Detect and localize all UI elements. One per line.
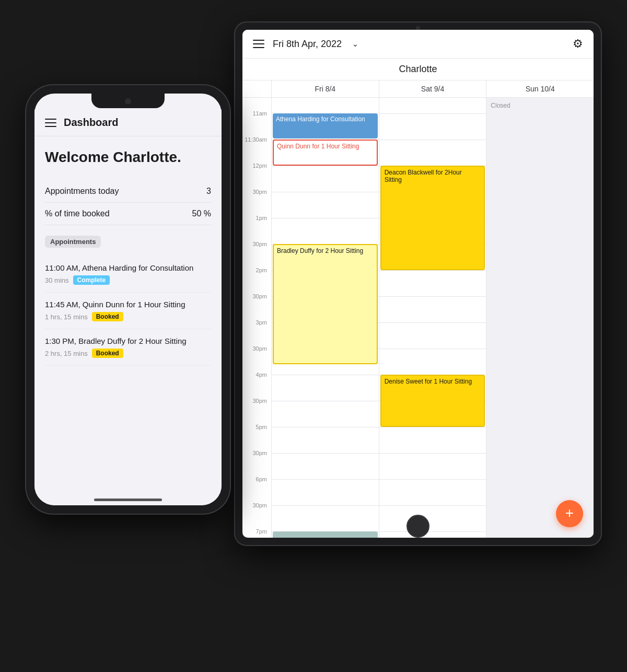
appointment-duration-2: 1 hrs, 15 mins [45, 313, 88, 321]
cal-day-sat: Deacon Blackwell for 2Hour Sitting Denis… [379, 98, 487, 538]
appointment-item-2[interactable]: 11:45 AM, Quinn Dunn for 1 Hour Sitting … [45, 293, 211, 329]
hour-line [379, 349, 486, 349]
hour-line [379, 113, 486, 114]
time-12pm: 12pm [252, 163, 267, 169]
calendar-header-row: Fri 8/4 Sat 9/4 Sun 10/4 [242, 80, 594, 98]
scene: Dashboard Welcome Charlotte. Appointment… [26, 22, 601, 650]
hour-line [379, 479, 486, 480]
cal-day-header-sun[interactable]: Sun 10/4 [486, 80, 594, 97]
event-teal-block[interactable] [273, 531, 378, 538]
hour-line [272, 453, 379, 454]
iphone-screen: Dashboard Welcome Charlotte. Appointment… [34, 94, 222, 505]
appointment-status-2: Booked [92, 312, 123, 321]
iphone-home-indicator [94, 499, 162, 501]
event-title: Quinn Dunn for 1 Hour Sitting [277, 143, 359, 150]
time-430pm: 30pm [252, 398, 267, 404]
iphone-content: Welcome Charlotte. Appointments today 3 … [34, 136, 222, 378]
iphone-camera [125, 98, 131, 105]
time-11am: 11am [252, 110, 267, 117]
cal-day-header-fri[interactable]: Fri 8/4 [272, 80, 379, 97]
calendar-user-name: Charlotte [242, 59, 594, 80]
time-230pm: 30pm [252, 293, 267, 299]
cal-day-header-sat[interactable]: Sat 9/4 [379, 80, 487, 97]
ipad-date[interactable]: Fri 8th Apr, 2022 [273, 39, 342, 50]
appointment-item-1[interactable]: 11:00 AM, Athena Harding for Consultatio… [45, 256, 211, 293]
cal-day-fri: Athena Harding for Consultation Quinn Du… [272, 98, 379, 538]
time-2pm: 2pm [256, 267, 267, 273]
time-1230pm: 30pm [252, 189, 267, 195]
time-1130am: 11:30am [245, 136, 267, 143]
time-3pm: 3pm [256, 319, 267, 326]
ipad-header-left: Fri 8th Apr, 2022 ⌄ [253, 39, 358, 50]
hour-line [272, 427, 379, 427]
hour-line [272, 375, 379, 375]
event-deacon-blackwell[interactable]: Deacon Blackwell for 2Hour Sitting [380, 166, 485, 270]
time-7pm: 7pm [256, 528, 267, 535]
time-4pm: 4pm [256, 372, 267, 378]
ipad-header: Fri 8th Apr, 2022 ⌄ ⚙ [242, 30, 594, 59]
appointments-section-badge: Appointments [45, 236, 101, 248]
hour-line [379, 270, 486, 271]
event-denise-sweet[interactable]: Denise Sweet for 1 Hour Sitting [380, 375, 485, 427]
time-booked-label: % of time booked [45, 209, 110, 218]
event-title: Athena Harding for Consultation [276, 115, 365, 123]
appointment-status-3: Booked [92, 349, 123, 358]
ipad-screen: Fri 8th Apr, 2022 ⌄ ⚙ Charlotte Fri 8/4 … [242, 30, 594, 538]
hour-line [379, 140, 486, 140]
ipad-home-button[interactable] [407, 515, 429, 538]
time-530pm: 30pm [252, 450, 267, 456]
iphone-header: Dashboard [34, 109, 222, 136]
iphone-app-title: Dashboard [64, 117, 118, 129]
appointment-title-1: 11:00 AM, Athena Harding for Consultatio… [45, 263, 211, 272]
iphone-device: Dashboard Welcome Charlotte. Appointment… [26, 85, 230, 514]
cal-grid: Athena Harding for Consultation Quinn Du… [272, 98, 594, 538]
appointment-meta-3: 2 hrs, 15 mins Booked [45, 349, 211, 358]
appointments-today-value: 3 [206, 187, 211, 196]
event-quinn-dunn[interactable]: Quinn Dunn for 1 Hour Sitting [273, 140, 378, 166]
time-1pm: 1pm [256, 215, 267, 221]
appointment-meta-2: 1 hrs, 15 mins Booked [45, 312, 211, 321]
appointment-duration-3: 2 hrs, 15 mins [45, 350, 88, 357]
hour-line [379, 531, 486, 532]
hour-line [272, 166, 379, 166]
appointment-meta-1: 30 mins Complete [45, 275, 211, 285]
event-athena-harding[interactable]: Athena Harding for Consultation [273, 113, 378, 138]
hour-line [272, 479, 379, 480]
welcome-heading: Welcome Charlotte. [45, 149, 211, 166]
event-bradley-duffy[interactable]: Bradley Duffy for 2 Hour Sitting [273, 244, 378, 364]
ipad-app: Fri 8th Apr, 2022 ⌄ ⚙ Charlotte Fri 8/4 … [242, 30, 594, 538]
ipad-menu-icon[interactable] [253, 40, 264, 48]
hour-line [272, 401, 379, 401]
appointment-duration-1: 30 mins [45, 276, 69, 284]
menu-icon[interactable] [45, 119, 56, 127]
hour-line [379, 453, 486, 454]
event-title: Deacon Blackwell for 2Hour Sitting [385, 169, 462, 183]
hour-line [272, 505, 379, 506]
hour-line [379, 505, 486, 506]
iphone-app: Dashboard Welcome Charlotte. Appointment… [34, 109, 222, 505]
iphone-notch [91, 94, 165, 108]
time-330pm: 30pm [252, 345, 267, 352]
closed-label: Closed [491, 102, 510, 109]
time-630pm: 30pm [252, 502, 267, 508]
chevron-down-icon[interactable]: ⌄ [352, 40, 358, 48]
cal-time-column: 11am 11:30am 12pm 30pm 1pm 30pm 2pm 30pm… [242, 98, 272, 538]
time-130pm: 30pm [252, 241, 267, 247]
appointment-item-3[interactable]: 1:30 PM, Bradley Duffy for 2 Hour Sittin… [45, 329, 211, 366]
ipad-calendar: Charlotte Fri 8/4 Sat 9/4 Sun 10/4 11am [242, 59, 594, 538]
fab-add-button[interactable]: + [556, 500, 583, 527]
hour-line [272, 218, 379, 218]
event-title: Bradley Duffy for 2 Hour Sitting [277, 247, 363, 254]
time-5pm: 5pm [256, 424, 267, 430]
ipad-device: Fri 8th Apr, 2022 ⌄ ⚙ Charlotte Fri 8/4 … [235, 22, 601, 545]
appointment-title-3: 1:30 PM, Bradley Duffy for 2 Hour Sittin… [45, 337, 211, 345]
hour-line [272, 192, 379, 192]
fab-plus-icon: + [565, 506, 574, 520]
time-booked-row: % of time booked 50 % [45, 203, 211, 225]
appointment-title-2: 11:45 AM, Quinn Dunn for 1 Hour Sitting [45, 300, 211, 309]
gear-icon[interactable]: ⚙ [573, 37, 583, 51]
closed-overlay [486, 98, 594, 538]
appointments-today-row: Appointments today 3 [45, 180, 211, 203]
appointment-status-1: Complete [73, 275, 110, 285]
time-booked-value: 50 % [192, 209, 211, 218]
